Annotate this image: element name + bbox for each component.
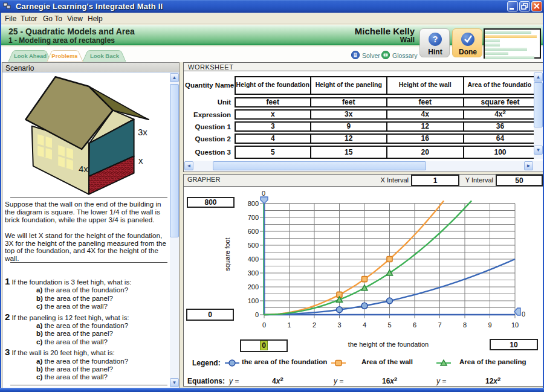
svg-text:4: 4 [363,321,366,329]
svg-text:0: 0 [262,321,266,329]
svg-text:0: 0 [522,310,525,318]
svg-text:1: 1 [287,321,291,329]
svg-text:3x: 3x [138,127,147,137]
svg-text:Look Ahead: Look Ahead [14,53,47,59]
svg-text:700: 700 [248,214,259,221]
svg-text:9: 9 [488,321,491,329]
svg-text:3: 3 [337,321,341,329]
svg-text:5: 5 [387,321,391,329]
svg-text:100: 100 [248,297,259,304]
svg-text:6: 6 [413,321,416,329]
svg-text:0: 0 [262,190,265,197]
svg-text:10: 10 [511,321,519,329]
svg-text:Look Back: Look Back [90,53,120,59]
svg-text:400: 400 [248,255,259,263]
svg-text:600: 600 [248,228,259,235]
svg-text:Problems: Problems [51,53,77,59]
svg-text:300: 300 [248,269,259,277]
svg-text:800: 800 [248,200,259,207]
svg-text:x: x [138,155,143,165]
svg-text:2: 2 [312,321,316,329]
svg-text:4x: 4x [79,164,88,174]
svg-text:500: 500 [248,242,259,249]
svg-text:200: 200 [248,283,259,291]
svg-text:0: 0 [255,311,259,318]
svg-text:7: 7 [438,321,441,329]
svg-text:8: 8 [463,321,467,329]
